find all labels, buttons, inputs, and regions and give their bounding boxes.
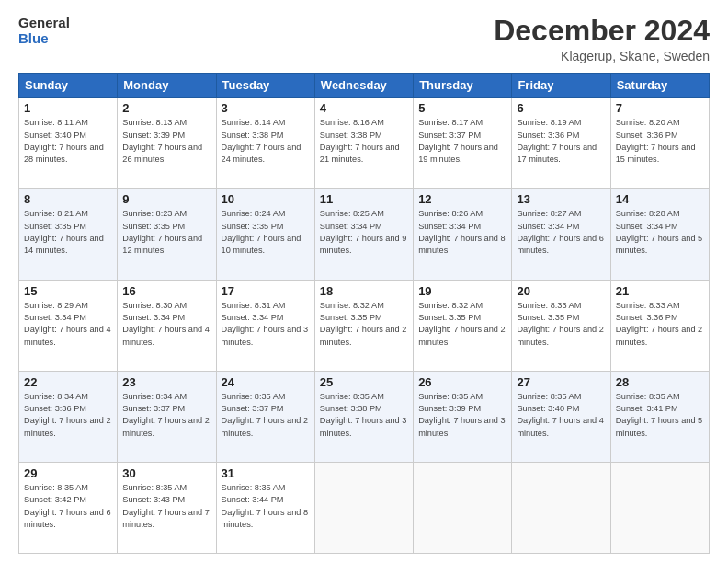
cell-info: Sunrise: 8:27 AMSunset: 3:34 PMDaylight:…	[517, 208, 605, 257]
day-number: 7	[616, 101, 704, 115]
calendar-cell	[314, 462, 413, 553]
cell-info: Sunrise: 8:28 AMSunset: 3:34 PMDaylight:…	[616, 208, 704, 257]
calendar-cell: 22Sunrise: 8:34 AMSunset: 3:36 PMDayligh…	[19, 371, 118, 462]
cell-info: Sunrise: 8:16 AMSunset: 3:38 PMDaylight:…	[320, 117, 408, 166]
week-row-1: 1Sunrise: 8:11 AMSunset: 3:40 PMDaylight…	[19, 98, 710, 189]
day-header-monday: Monday	[118, 74, 216, 98]
calendar-cell: 19Sunrise: 8:32 AMSunset: 3:35 PMDayligh…	[414, 280, 512, 371]
day-number: 5	[418, 101, 506, 115]
calendar-cell: 27Sunrise: 8:35 AMSunset: 3:40 PMDayligh…	[512, 371, 610, 462]
cell-info: Sunrise: 8:35 AMSunset: 3:44 PMDaylight:…	[222, 482, 310, 531]
calendar-cell: 14Sunrise: 8:28 AMSunset: 3:34 PMDayligh…	[610, 189, 709, 280]
cell-info: Sunrise: 8:26 AMSunset: 3:34 PMDaylight:…	[418, 208, 506, 257]
calendar-cell: 16Sunrise: 8:30 AMSunset: 3:34 PMDayligh…	[118, 280, 216, 371]
calendar-cell: 15Sunrise: 8:29 AMSunset: 3:34 PMDayligh…	[19, 280, 118, 371]
day-number: 28	[616, 375, 704, 389]
calendar-table: SundayMondayTuesdayWednesdayThursdayFrid…	[18, 73, 710, 554]
cell-info: Sunrise: 8:11 AMSunset: 3:40 PMDaylight:…	[24, 117, 112, 166]
calendar-cell: 18Sunrise: 8:32 AMSunset: 3:35 PMDayligh…	[314, 280, 413, 371]
calendar-cell: 5Sunrise: 8:17 AMSunset: 3:37 PMDaylight…	[414, 98, 512, 189]
calendar-cell	[414, 462, 512, 553]
cell-info: Sunrise: 8:20 AMSunset: 3:36 PMDaylight:…	[616, 117, 704, 166]
week-row-2: 8Sunrise: 8:21 AMSunset: 3:35 PMDaylight…	[19, 189, 710, 280]
calendar-cell: 20Sunrise: 8:33 AMSunset: 3:35 PMDayligh…	[512, 280, 610, 371]
calendar-cell: 24Sunrise: 8:35 AMSunset: 3:37 PMDayligh…	[216, 371, 314, 462]
day-number: 19	[418, 284, 506, 298]
calendar-cell: 6Sunrise: 8:19 AMSunset: 3:36 PMDaylight…	[512, 98, 610, 189]
cell-info: Sunrise: 8:35 AMSunset: 3:43 PMDaylight:…	[122, 482, 210, 531]
day-number: 12	[418, 192, 506, 206]
day-number: 4	[320, 101, 408, 115]
day-header-friday: Friday	[512, 74, 610, 98]
cell-info: Sunrise: 8:21 AMSunset: 3:35 PMDaylight:…	[24, 208, 112, 257]
day-number: 26	[418, 375, 506, 389]
day-header-saturday: Saturday	[610, 74, 709, 98]
day-number: 23	[122, 375, 210, 389]
calendar-cell: 23Sunrise: 8:34 AMSunset: 3:37 PMDayligh…	[118, 371, 216, 462]
cell-info: Sunrise: 8:31 AMSunset: 3:34 PMDaylight:…	[222, 300, 310, 349]
cell-info: Sunrise: 8:35 AMSunset: 3:41 PMDaylight:…	[616, 391, 704, 440]
calendar-cell: 17Sunrise: 8:31 AMSunset: 3:34 PMDayligh…	[216, 280, 314, 371]
calendar-cell: 7Sunrise: 8:20 AMSunset: 3:36 PMDaylight…	[610, 98, 709, 189]
calendar-cell: 11Sunrise: 8:25 AMSunset: 3:34 PMDayligh…	[314, 189, 413, 280]
calendar-cell	[512, 462, 610, 553]
day-number: 20	[517, 284, 605, 298]
day-number: 16	[122, 284, 210, 298]
day-number: 15	[24, 284, 112, 298]
calendar-cell: 9Sunrise: 8:23 AMSunset: 3:35 PMDaylight…	[118, 189, 216, 280]
day-number: 18	[320, 284, 408, 298]
cell-info: Sunrise: 8:34 AMSunset: 3:37 PMDaylight:…	[122, 391, 210, 440]
calendar-cell: 10Sunrise: 8:24 AMSunset: 3:35 PMDayligh…	[216, 189, 314, 280]
day-number: 17	[222, 284, 310, 298]
calendar-header-row: SundayMondayTuesdayWednesdayThursdayFrid…	[19, 74, 710, 98]
day-number: 22	[24, 375, 112, 389]
calendar-cell: 30Sunrise: 8:35 AMSunset: 3:43 PMDayligh…	[118, 462, 216, 553]
day-number: 29	[24, 466, 112, 480]
day-header-wednesday: Wednesday	[314, 74, 413, 98]
cell-info: Sunrise: 8:35 AMSunset: 3:38 PMDaylight:…	[320, 391, 408, 440]
calendar-cell: 28Sunrise: 8:35 AMSunset: 3:41 PMDayligh…	[610, 371, 709, 462]
logo-container: General Blue	[18, 15, 70, 47]
cell-info: Sunrise: 8:13 AMSunset: 3:39 PMDaylight:…	[122, 117, 210, 166]
day-number: 9	[122, 192, 210, 206]
day-number: 24	[222, 375, 310, 389]
day-number: 8	[24, 192, 112, 206]
cell-info: Sunrise: 8:19 AMSunset: 3:36 PMDaylight:…	[517, 117, 605, 166]
day-number: 2	[122, 101, 210, 115]
cell-info: Sunrise: 8:23 AMSunset: 3:35 PMDaylight:…	[122, 208, 210, 257]
calendar-cell: 29Sunrise: 8:35 AMSunset: 3:42 PMDayligh…	[19, 462, 118, 553]
cell-info: Sunrise: 8:29 AMSunset: 3:34 PMDaylight:…	[24, 300, 112, 349]
cell-info: Sunrise: 8:34 AMSunset: 3:36 PMDaylight:…	[24, 391, 112, 440]
cell-info: Sunrise: 8:25 AMSunset: 3:34 PMDaylight:…	[320, 208, 408, 257]
day-number: 14	[616, 192, 704, 206]
day-number: 30	[122, 466, 210, 480]
calendar-cell: 3Sunrise: 8:14 AMSunset: 3:38 PMDaylight…	[216, 98, 314, 189]
day-number: 25	[320, 375, 408, 389]
cell-info: Sunrise: 8:35 AMSunset: 3:39 PMDaylight:…	[418, 391, 506, 440]
cell-info: Sunrise: 8:33 AMSunset: 3:36 PMDaylight:…	[616, 300, 704, 349]
calendar-cell: 25Sunrise: 8:35 AMSunset: 3:38 PMDayligh…	[314, 371, 413, 462]
day-number: 27	[517, 375, 605, 389]
calendar-cell: 1Sunrise: 8:11 AMSunset: 3:40 PMDaylight…	[19, 98, 118, 189]
cell-info: Sunrise: 8:17 AMSunset: 3:37 PMDaylight:…	[418, 117, 506, 166]
calendar-cell: 2Sunrise: 8:13 AMSunset: 3:39 PMDaylight…	[118, 98, 216, 189]
day-number: 3	[222, 101, 310, 115]
calendar-cell: 26Sunrise: 8:35 AMSunset: 3:39 PMDayligh…	[414, 371, 512, 462]
month-title: December 2024	[494, 15, 710, 47]
week-row-5: 29Sunrise: 8:35 AMSunset: 3:42 PMDayligh…	[19, 462, 710, 553]
cell-info: Sunrise: 8:35 AMSunset: 3:40 PMDaylight:…	[517, 391, 605, 440]
cell-info: Sunrise: 8:35 AMSunset: 3:42 PMDaylight:…	[24, 482, 112, 531]
header: General Blue December 2024 Klagerup, Ska…	[18, 15, 710, 63]
logo-blue-text: Blue	[18, 30, 70, 46]
day-number: 11	[320, 192, 408, 206]
calendar-cell	[610, 462, 709, 553]
calendar-cell: 8Sunrise: 8:21 AMSunset: 3:35 PMDaylight…	[19, 189, 118, 280]
calendar-cell: 21Sunrise: 8:33 AMSunset: 3:36 PMDayligh…	[610, 280, 709, 371]
cell-info: Sunrise: 8:30 AMSunset: 3:34 PMDaylight:…	[122, 300, 210, 349]
logo-general-text: General	[18, 15, 70, 30]
day-number: 10	[222, 192, 310, 206]
logo: General Blue	[18, 15, 70, 47]
cell-info: Sunrise: 8:33 AMSunset: 3:35 PMDaylight:…	[517, 300, 605, 349]
calendar-cell: 13Sunrise: 8:27 AMSunset: 3:34 PMDayligh…	[512, 189, 610, 280]
day-number: 31	[222, 466, 310, 480]
